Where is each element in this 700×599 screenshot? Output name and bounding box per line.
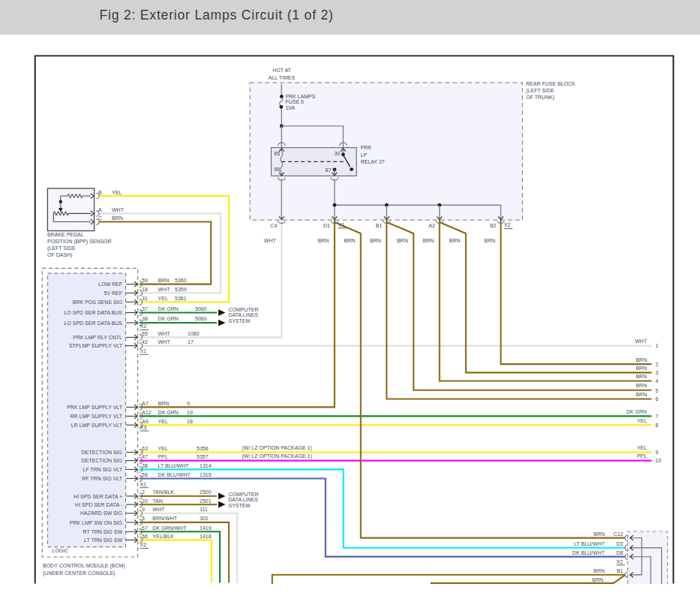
svg-text:BRN: BRN — [158, 278, 170, 283]
svg-text:WHT: WHT — [158, 287, 171, 292]
svg-text:PRK: PRK — [361, 145, 372, 150]
svg-text:5357: 5357 — [197, 454, 209, 459]
svg-text:D3: D3 — [617, 541, 623, 546]
svg-text:A: A — [98, 207, 102, 212]
svg-text:5: 5 — [142, 516, 145, 521]
svg-text:HI SPD SER DATA -: HI SPD SER DATA - — [75, 502, 123, 507]
svg-text:WHT: WHT — [158, 331, 171, 336]
svg-text:WHT: WHT — [112, 207, 125, 212]
svg-text:WHT: WHT — [158, 339, 171, 345]
svg-text:POSITION (BPP) SENSOR: POSITION (BPP) SENSOR — [47, 239, 112, 245]
svg-text:HAZARD SW SIG: HAZARD SW SIG — [80, 510, 122, 516]
svg-text:HI SPD SER DATA +: HI SPD SER DATA + — [74, 494, 122, 499]
svg-text:38: 38 — [142, 463, 148, 468]
svg-text:4: 4 — [656, 378, 659, 384]
svg-text:111: 111 — [200, 507, 208, 512]
svg-text:DATA LINES: DATA LINES — [229, 497, 259, 502]
svg-text:B1: B1 — [617, 568, 623, 573]
svg-text:DK GRN/WHT: DK GRN/WHT — [152, 525, 187, 531]
svg-text:2: 2 — [142, 489, 145, 495]
svg-text:C12: C12 — [614, 531, 623, 537]
svg-text:85: 85 — [274, 151, 280, 156]
svg-text:BRN/WHT: BRN/WHT — [152, 516, 177, 521]
svg-text:BRN: BRN — [593, 531, 605, 537]
svg-text:LOGIC: LOGIC — [53, 548, 69, 553]
svg-text:BRN: BRN — [635, 383, 647, 388]
svg-text:BRN: BRN — [592, 577, 603, 582]
svg-text:LP: LP — [361, 152, 368, 158]
svg-text:1314: 1314 — [200, 463, 212, 468]
svg-text:DATA LINES: DATA LINES — [229, 312, 259, 318]
svg-text:65: 65 — [142, 331, 148, 336]
svg-text:1315: 1315 — [200, 472, 212, 477]
svg-text:A9: A9 — [142, 419, 149, 424]
svg-text:D8: D8 — [617, 550, 623, 555]
svg-text:5360: 5360 — [175, 278, 187, 283]
svg-text:A2: A2 — [428, 223, 435, 228]
svg-text:BRN: BRN — [397, 238, 408, 243]
svg-text:38: 38 — [142, 316, 148, 321]
svg-text:B1: B1 — [376, 223, 383, 228]
svg-text:1: 1 — [656, 343, 659, 348]
svg-text:67: 67 — [142, 525, 148, 531]
svg-text:X2: X2 — [617, 559, 623, 564]
svg-text:X3: X3 — [140, 425, 147, 430]
svg-text:BRK POS SENS SIG: BRK POS SENS SIG — [73, 300, 122, 305]
svg-text:COMPUTER: COMPUTER — [229, 492, 259, 497]
svg-text:10: 10 — [656, 458, 662, 463]
svg-text:PRK LMP RLY CNTL: PRK LMP RLY CNTL — [73, 335, 122, 340]
svg-text:BRN: BRN — [370, 238, 381, 243]
svg-text:9: 9 — [142, 507, 145, 512]
svg-text:30: 30 — [335, 151, 341, 156]
svg-text:5359: 5359 — [175, 287, 187, 292]
svg-text:PPL: PPL — [637, 453, 647, 459]
svg-text:COMPUTER: COMPUTER — [229, 307, 259, 312]
svg-text:2500: 2500 — [200, 489, 212, 495]
svg-text:17: 17 — [188, 339, 194, 345]
svg-text:SYSTEM: SYSTEM — [229, 503, 251, 508]
svg-text:LT TRN SIG SW: LT TRN SIG SW — [84, 537, 122, 543]
svg-text:BRN: BRN — [318, 238, 329, 243]
svg-text:LO SPD SER DATA BUS: LO SPD SER DATA BUS — [64, 321, 122, 326]
svg-text:10A: 10A — [285, 105, 295, 110]
svg-text:LT BLU/WHT: LT BLU/WHT — [574, 541, 605, 546]
svg-text:YEL/BLK: YEL/BLK — [152, 534, 174, 539]
svg-text:B: B — [98, 190, 102, 195]
svg-text:5060: 5060 — [195, 306, 207, 312]
svg-text:OF TRUNK): OF TRUNK) — [526, 95, 554, 101]
svg-text:5060: 5060 — [195, 316, 207, 321]
svg-text:PRK LMP SUPPLY VLT: PRK LMP SUPPLY VLT — [67, 405, 123, 410]
svg-text:1419: 1419 — [200, 525, 212, 531]
svg-text:(W/ LZ OPTION PACKAGE 1): (W/ LZ OPTION PACKAGE 1) — [242, 445, 312, 451]
svg-text:6: 6 — [656, 396, 659, 402]
svg-text:DK GRN: DK GRN — [158, 306, 179, 312]
svg-text:63: 63 — [142, 446, 148, 451]
svg-text:LF TRN SIG VLT: LF TRN SIG VLT — [83, 467, 122, 472]
svg-text:59: 59 — [142, 278, 148, 283]
svg-text:X2: X2 — [140, 542, 147, 547]
svg-text:DK GRN: DK GRN — [626, 409, 647, 414]
svg-text:1418: 1418 — [200, 534, 212, 539]
svg-text:(LEFT SIDE: (LEFT SIDE — [47, 245, 76, 251]
svg-text:9: 9 — [656, 450, 659, 455]
svg-text:YEL: YEL — [158, 419, 168, 424]
svg-text:FUSE 6: FUSE 6 — [285, 99, 304, 104]
svg-text:DK GRN: DK GRN — [158, 410, 179, 415]
svg-text:X2: X2 — [140, 324, 147, 329]
svg-text:RF TRN SIG VLT: RF TRN SIG VLT — [82, 476, 123, 481]
svg-text:5356: 5356 — [197, 446, 209, 451]
svg-text:5V REF: 5V REF — [104, 290, 122, 296]
svg-text:BRN: BRN — [593, 568, 605, 573]
svg-text:LO SPD SER DATA BUS: LO SPD SER DATA BUS — [64, 310, 122, 315]
svg-text:DETECTION SIG: DETECTION SIG — [82, 450, 122, 455]
svg-text:YEL: YEL — [112, 190, 122, 195]
svg-text:7: 7 — [656, 414, 659, 419]
svg-text:YEL: YEL — [637, 418, 647, 423]
svg-text:37: 37 — [142, 306, 148, 312]
svg-text:9: 9 — [187, 401, 190, 406]
svg-text:1080: 1080 — [188, 331, 200, 336]
svg-text:31: 31 — [142, 296, 148, 301]
svg-text:C4: C4 — [270, 223, 277, 228]
svg-text:42: 42 — [142, 339, 148, 345]
svg-text:18: 18 — [142, 287, 148, 292]
